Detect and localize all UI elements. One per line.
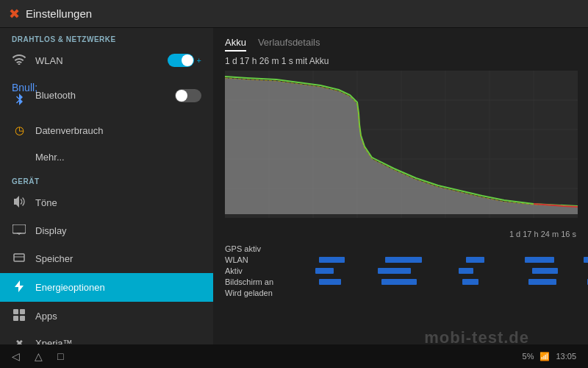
wlan-icon [12, 54, 26, 67]
sidebar-item-wlan[interactable]: WLAN + [0, 46, 213, 74]
geladen-label: Wird geladen [225, 289, 298, 297]
bildschirm-label: Bildschirm an [225, 277, 298, 286]
chart-bottom-label: 1 d 17 h 24 m 16 s [225, 230, 576, 238]
activity-row-aktiv: Aktiv [225, 266, 576, 275]
battery-chart [225, 71, 578, 225]
wlan-toggle-wrap[interactable]: + [168, 54, 201, 67]
svg-rect-7 [20, 309, 25, 314]
apps-icon [12, 309, 26, 323]
battery-chart-svg [225, 71, 578, 218]
bluetooth-toggle-wrap[interactable] [175, 89, 201, 102]
sidebar-item-mehr[interactable]: Mehr... [0, 144, 213, 170]
bluetooth-icon: Bnull; [12, 82, 26, 109]
battery-duration: 1 d 17 h 26 m 1 s mit Akku [225, 56, 576, 66]
settings-icon: ✖ [9, 6, 20, 22]
wlan-plus[interactable]: + [197, 56, 201, 65]
sidebar-item-display[interactable]: Display [0, 217, 213, 244]
battery-status: 5% [523, 352, 534, 361]
energie-icon [12, 280, 26, 294]
activity-row-wlan: WLAN [225, 255, 576, 264]
speicher-icon [12, 252, 26, 266]
navbar: ◁ △ □ 5% 📶 13:05 [0, 344, 588, 368]
content-panel: Akku Verlaufsdetails 1 d 17 h 26 m 1 s m… [213, 28, 588, 368]
main-layout: DRAHTLOS & NETZWERKE WLAN + Bnull; Bluet… [0, 28, 588, 368]
svg-rect-3 [14, 254, 24, 261]
svg-rect-0 [12, 224, 26, 233]
sidebar-item-datenverbrauch[interactable]: ◷ Datenverbrauch [0, 116, 213, 144]
aktiv-bars [304, 268, 576, 274]
bildschirm-bars [304, 279, 576, 285]
wlan-bars [304, 257, 576, 263]
wlan-activity-label: WLAN [225, 255, 298, 264]
bluetooth-label: Bluetooth [35, 90, 166, 101]
apps-label: Apps [35, 311, 201, 322]
display-icon [12, 224, 26, 237]
content-tabs: Akku Verlaufsdetails [225, 37, 576, 52]
recent-button[interactable]: □ [57, 350, 63, 362]
gps-bars [304, 246, 576, 252]
svg-rect-9 [20, 316, 25, 321]
sidebar-item-bluetooth[interactable]: Bnull; Bluetooth [0, 74, 213, 116]
titlebar: ✖ Einstellungen [0, 0, 588, 28]
bluetooth-toggle[interactable] [175, 89, 201, 102]
sidebar: DRAHTLOS & NETZWERKE WLAN + Bnull; Bluet… [0, 28, 213, 368]
wlan-toggle[interactable] [168, 54, 194, 67]
activity-row-geladen: Wird geladen [225, 289, 576, 297]
geladen-bars [304, 290, 576, 296]
tab-akku[interactable]: Akku [225, 37, 246, 52]
tone-icon [12, 196, 26, 210]
section-wireless: DRAHTLOS & NETZWERKE [0, 28, 213, 46]
gps-label: GPS aktiv [225, 244, 298, 253]
nav-icons: ◁ △ □ [12, 350, 63, 362]
speicher-label: Speicher [35, 253, 201, 264]
aktiv-label: Aktiv [225, 266, 298, 275]
home-button[interactable]: △ [35, 350, 43, 362]
tone-label: Töne [35, 197, 201, 208]
section-device: GERÄT [0, 170, 213, 188]
datenverbrauch-label: Datenverbrauch [35, 125, 201, 136]
wifi-status-icon: 📶 [539, 352, 550, 361]
svg-rect-6 [13, 309, 18, 314]
svg-marker-5 [15, 280, 24, 292]
datenverbrauch-icon: ◷ [12, 124, 26, 137]
sidebar-item-speicher[interactable]: Speicher [0, 244, 213, 273]
energie-label: Energieoptionen [35, 282, 201, 293]
clock: 13:05 [556, 352, 576, 361]
tab-verlaufsdetails[interactable]: Verlaufsdetails [258, 37, 320, 52]
sidebar-item-energieoptionen[interactable]: Energieoptionen [0, 273, 213, 302]
sidebar-item-tone[interactable]: Töne [0, 188, 213, 217]
svg-rect-8 [13, 316, 18, 321]
sidebar-item-apps[interactable]: Apps [0, 302, 213, 330]
wlan-label: WLAN [35, 55, 159, 66]
app-title: Einstellungen [26, 7, 92, 20]
status-bar: 5% 📶 13:05 [523, 352, 576, 361]
activity-section: GPS aktiv WLAN Aktiv [225, 244, 576, 297]
display-label: Display [35, 225, 201, 236]
activity-row-gps: GPS aktiv [225, 244, 576, 253]
activity-row-bildschirm: Bildschirm an [225, 277, 576, 286]
mehr-label: Mehr... [35, 152, 201, 163]
back-button[interactable]: ◁ [12, 350, 20, 362]
